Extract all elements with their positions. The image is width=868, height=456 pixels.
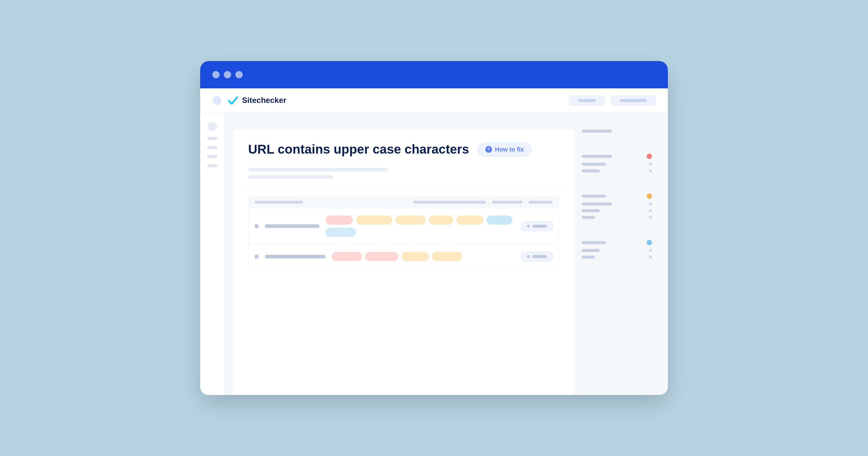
col-header-2 — [413, 201, 486, 204]
right-row-1a — [582, 130, 652, 133]
col-header-4 — [528, 201, 553, 204]
row-url-bar-1 — [265, 224, 319, 228]
right-bar-4a — [582, 241, 606, 244]
table-header-row — [248, 196, 559, 208]
col-header-3 — [492, 201, 522, 204]
nav-button-2[interactable] — [611, 96, 656, 105]
tags-group-1 — [326, 216, 515, 237]
right-row-4b — [582, 249, 652, 252]
browser-content: URL contains upper case characters ? How… — [200, 112, 668, 395]
sidebar-item-4[interactable] — [207, 155, 217, 158]
right-bar-3a — [582, 195, 606, 198]
right-bar-1a — [582, 130, 612, 133]
page-title: URL contains upper case characters — [248, 142, 469, 157]
action-btn-bar-2 — [532, 255, 547, 258]
sidebar-item-1[interactable] — [208, 122, 217, 131]
table-row-2 — [248, 244, 559, 269]
right-section-1 — [582, 130, 652, 136]
traffic-light-maximize[interactable] — [236, 71, 243, 78]
right-row-4c — [582, 256, 652, 259]
right-row-4a — [582, 240, 652, 245]
right-bar-2c — [582, 169, 600, 172]
tag-orange-5 — [402, 252, 429, 261]
row-url-bar-2 — [265, 255, 326, 258]
right-section-3 — [582, 193, 652, 223]
right-panel — [574, 121, 659, 395]
tag-pink-1 — [326, 216, 353, 225]
right-bar-3d — [582, 216, 595, 219]
tag-orange-2 — [396, 216, 426, 225]
right-bar-4b — [582, 249, 600, 252]
how-to-fix-button[interactable]: ? How to fix — [478, 143, 532, 156]
right-dot-sm-1 — [649, 163, 652, 166]
desc-bar-2 — [248, 175, 333, 179]
row-action-btn-2[interactable] — [521, 252, 553, 261]
row-dot-2 — [254, 254, 259, 259]
col-header-1 — [254, 201, 303, 204]
tags-group-2 — [332, 252, 515, 261]
traffic-lights — [212, 71, 243, 78]
sitechecker-logo-icon — [227, 96, 239, 105]
right-dot-red — [647, 154, 652, 159]
right-dot-sm-3 — [649, 202, 652, 205]
right-bar-2a — [582, 155, 612, 158]
right-section-4 — [582, 240, 652, 262]
action-btn-circle-1 — [527, 225, 530, 228]
sidebar-item-5[interactable] — [207, 164, 217, 167]
right-divider-2 — [582, 189, 652, 189]
traffic-light-close[interactable] — [212, 71, 220, 78]
browser-navbar: Sitechecker — [200, 88, 668, 112]
table-row — [248, 208, 559, 244]
how-to-fix-label: How to fix — [495, 146, 524, 153]
description-bars — [248, 168, 559, 179]
sidebar-item-2[interactable] — [207, 137, 217, 140]
right-bar-3c — [582, 209, 600, 212]
right-dot-blue — [647, 240, 652, 245]
sidebar-item-3[interactable] — [207, 146, 217, 149]
desc-bar-1 — [248, 168, 388, 171]
app-title: Sitechecker — [242, 96, 286, 105]
right-dot-sm-2 — [649, 169, 652, 172]
action-btn-bar-1 — [532, 225, 547, 228]
row-action-btn-1[interactable] — [521, 221, 553, 231]
page-header: URL contains upper case characters ? How… — [248, 142, 559, 157]
right-row-3a — [582, 193, 652, 199]
tag-pink-2 — [332, 252, 362, 261]
content-panel: URL contains upper case characters ? How… — [233, 130, 574, 395]
right-row-2c — [582, 169, 652, 172]
nav-btn-bar-1 — [578, 99, 596, 102]
browser-titlebar — [200, 61, 668, 88]
right-dot-orange — [647, 193, 652, 199]
right-bar-2b — [582, 163, 606, 166]
right-section-2 — [582, 154, 652, 176]
table-section — [248, 196, 559, 269]
sidebar — [200, 112, 224, 395]
right-dot-sm-6 — [649, 249, 652, 252]
right-row-2a — [582, 154, 652, 159]
right-divider-3 — [582, 235, 652, 236]
right-row-2b — [582, 163, 652, 166]
right-dot-sm-4 — [649, 209, 652, 212]
right-row-3c — [582, 209, 652, 212]
nav-btn-bar-2 — [620, 99, 647, 102]
traffic-light-minimize[interactable] — [224, 71, 231, 78]
right-row-3d — [582, 216, 652, 219]
right-divider-1 — [582, 149, 652, 150]
tag-pink-3 — [365, 252, 399, 261]
section-divider-1 — [233, 187, 574, 188]
tag-orange-4 — [456, 216, 484, 225]
tag-ltblue-1 — [326, 228, 356, 237]
action-btn-circle-2 — [527, 255, 530, 258]
row-dot-1 — [254, 224, 259, 228]
right-dot-sm-7 — [649, 256, 652, 259]
right-bar-4c — [582, 256, 595, 259]
tag-orange-6 — [432, 252, 462, 261]
tag-blue-1 — [487, 216, 513, 225]
nav-logo: Sitechecker — [227, 96, 286, 105]
nav-button-1[interactable] — [569, 96, 605, 105]
tag-orange-3 — [429, 216, 453, 225]
content-wrapper: URL contains upper case characters ? How… — [224, 112, 668, 395]
browser-window: Sitechecker URL contains upper case char… — [200, 61, 668, 395]
right-dot-sm-5 — [649, 216, 652, 219]
right-bar-3b — [582, 202, 612, 205]
